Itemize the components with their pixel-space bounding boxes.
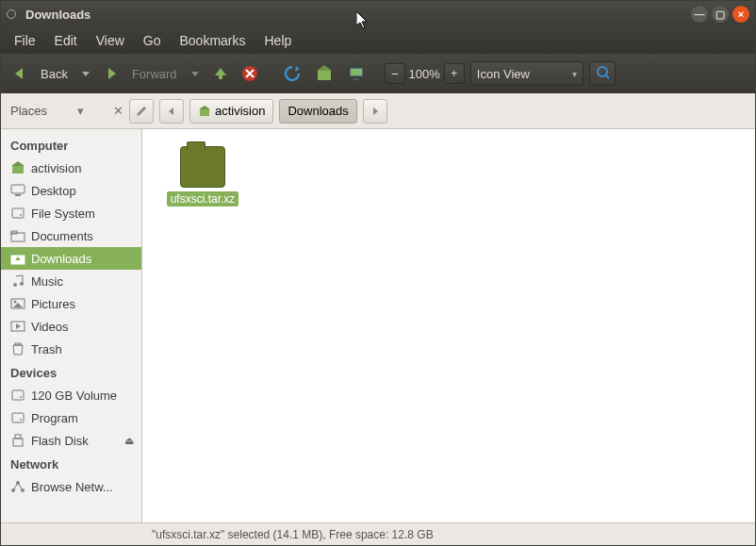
sidebar-item-label: Documents (31, 229, 93, 243)
sidebar-item-120-gb-volume[interactable]: 120 GB Volume (1, 384, 141, 406)
view-mode-select[interactable]: Icon View (470, 61, 583, 86)
svg-marker-35 (16, 323, 21, 329)
places-panel-header: Places ▾ ✕ (10, 104, 123, 118)
usb-icon (10, 433, 25, 448)
sidebar-item-label: Browse Netw... (31, 480, 113, 494)
breadcrumb-home[interactable]: activision (189, 99, 273, 124)
zoom-controls: − 100% + (385, 63, 465, 84)
maximize-button[interactable]: ▢ (712, 6, 729, 23)
zoom-out-button[interactable]: − (385, 63, 405, 84)
sidebar-item-music[interactable]: Music (1, 270, 141, 292)
sidebar-item-label: Downloads (31, 252, 91, 266)
svg-marker-4 (191, 72, 199, 76)
sidebar-item-videos[interactable]: Videos (1, 315, 141, 338)
titlebar[interactable]: Downloads — ▢ × (1, 1, 755, 27)
svg-rect-34 (11, 322, 25, 331)
pictures-icon (10, 296, 25, 311)
svg-marker-15 (169, 108, 173, 115)
file-grid: ufsxsci.tar.xz (142, 129, 755, 223)
chevron-down-icon (81, 69, 90, 78)
sidebar-item-desktop[interactable]: Desktop (1, 179, 141, 202)
computer-button[interactable] (343, 60, 370, 87)
svg-marker-2 (82, 72, 90, 76)
svg-rect-8 (318, 71, 331, 80)
svg-marker-28 (15, 256, 21, 260)
svg-rect-25 (11, 233, 25, 241)
minimize-button[interactable]: — (691, 6, 708, 23)
svg-rect-11 (351, 69, 362, 75)
menu-bookmarks[interactable]: Bookmarks (172, 30, 253, 51)
sidebar-item-program[interactable]: Program (1, 406, 141, 429)
forward-arrow-icon (104, 66, 119, 81)
menu-edit[interactable]: Edit (47, 30, 85, 51)
svg-point-13 (598, 67, 607, 76)
close-button[interactable]: × (732, 6, 749, 23)
sidebar-item-trash[interactable]: Trash (1, 338, 141, 360)
archive-icon (180, 146, 225, 188)
path-next-button[interactable] (363, 99, 387, 124)
breadcrumb-current[interactable]: Downloads (279, 99, 356, 124)
view-mode-label: Icon View (477, 67, 530, 81)
search-icon (596, 65, 609, 82)
sidebar-item-label: Trash (31, 342, 62, 356)
svg-point-29 (13, 283, 17, 287)
svg-marker-7 (295, 66, 300, 72)
svg-rect-21 (11, 185, 25, 193)
svg-point-30 (20, 282, 24, 286)
file-label: ufsxsci.tar.xz (167, 191, 239, 207)
menu-help[interactable]: Help (257, 30, 300, 51)
sidebar-item-browse-netw-[interactable]: Browse Netw... (1, 475, 141, 498)
stop-button[interactable] (238, 60, 262, 87)
path-prev-button[interactable] (159, 99, 184, 124)
menu-go[interactable]: Go (136, 30, 169, 51)
menu-file[interactable]: File (7, 30, 43, 51)
status-text: "ufsxsci.tar.xz" selected (14.1 MB), Fre… (152, 528, 434, 541)
sidebar-item-documents[interactable]: Documents (1, 224, 141, 247)
menu-view[interactable]: View (89, 30, 132, 51)
sidebar-item-label: Videos (31, 320, 69, 334)
disk-icon (10, 388, 25, 403)
places-label-text: Places (10, 104, 47, 118)
svg-rect-36 (15, 343, 21, 345)
svg-marker-18 (373, 108, 378, 115)
svg-point-45 (21, 488, 25, 492)
forward-label[interactable]: Forward (128, 60, 181, 87)
back-label[interactable]: Back (37, 60, 72, 87)
svg-rect-10 (349, 67, 364, 77)
network-icon (10, 479, 25, 494)
close-panel-icon[interactable]: ✕ (113, 104, 123, 118)
reload-button[interactable] (279, 60, 305, 87)
forward-button[interactable] (100, 60, 123, 87)
chevron-down-icon[interactable]: ▾ (77, 104, 84, 118)
zoom-in-button[interactable]: + (444, 63, 465, 84)
svg-marker-17 (199, 106, 210, 109)
home-button[interactable] (311, 60, 337, 87)
file-view[interactable]: ufsxsci.tar.xz (142, 129, 755, 522)
back-dropdown[interactable] (77, 60, 94, 87)
parent-button[interactable] (209, 60, 232, 87)
svg-marker-0 (356, 11, 367, 28)
sidebar-item-file-system[interactable]: File System (1, 202, 141, 224)
sidebar-item-pictures[interactable]: Pictures (1, 292, 141, 315)
edit-path-button[interactable] (129, 99, 154, 124)
sidebar-item-flash-disk[interactable]: Flash Disk⏏ (1, 429, 141, 452)
svg-point-40 (20, 419, 22, 421)
main-toolbar: Back Forward − 100% + Icon View (1, 54, 755, 93)
sidebar-item-label: 120 GB Volume (31, 389, 117, 403)
breadcrumb-current-label: Downloads (288, 104, 348, 118)
svg-line-14 (606, 75, 609, 80)
sidebar-item-downloads[interactable]: Downloads (1, 247, 141, 270)
app-icon (7, 9, 16, 19)
back-button[interactable] (8, 60, 31, 87)
search-button[interactable] (589, 61, 616, 86)
forward-dropdown[interactable] (187, 60, 204, 87)
eject-icon[interactable]: ⏏ (124, 435, 134, 447)
sidebar-item-activision[interactable]: activision (1, 157, 141, 179)
svg-point-24 (20, 214, 22, 216)
file-item[interactable]: ufsxsci.tar.xz (159, 146, 246, 207)
home-icon (315, 64, 334, 83)
svg-marker-20 (11, 161, 25, 166)
svg-point-44 (11, 488, 15, 492)
svg-point-38 (20, 396, 22, 398)
svg-marker-33 (13, 303, 23, 307)
